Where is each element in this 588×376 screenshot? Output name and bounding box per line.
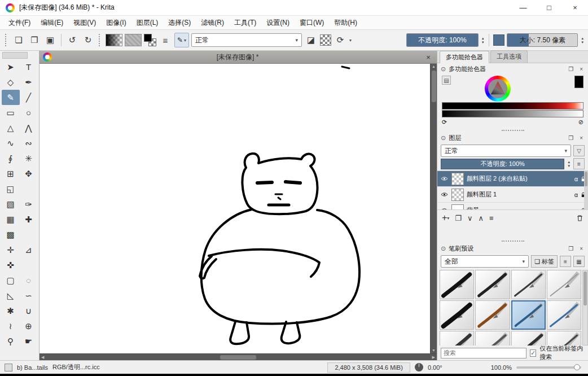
move-tool[interactable]: ✥	[20, 166, 38, 181]
undo-button[interactable]: ↺	[65, 33, 79, 47]
move-layer-down-button[interactable]: ∨	[467, 214, 473, 222]
layer-row[interactable]: 颜料图层 1α	[437, 187, 588, 203]
alpha-icon[interactable]: α	[574, 207, 578, 211]
float-dock-icon[interactable]: ❐	[567, 66, 575, 72]
current-color-swatch[interactable]	[574, 76, 583, 88]
menu-item-1[interactable]: 编辑(E)	[36, 16, 68, 29]
layer-visibility-eye-icon[interactable]	[440, 208, 449, 210]
duplicate-layer-button[interactable]: ❐	[455, 214, 462, 222]
text-tool[interactable]: T	[20, 59, 38, 75]
brush-size-spinner[interactable]: ▴▾	[580, 36, 585, 44]
preset-8[interactable]	[547, 300, 581, 330]
new-document-button[interactable]: ❏	[12, 33, 25, 47]
ellipse-tool[interactable]: ○	[20, 105, 38, 120]
menu-item-8[interactable]: 设置(N)	[261, 16, 295, 29]
presets-menu-icon[interactable]: ≡	[560, 256, 571, 267]
close-button[interactable]: ×	[562, 0, 588, 15]
zoom-slider-thumb[interactable]	[574, 364, 580, 370]
canvas-rotation-value[interactable]: 0.00°	[428, 364, 442, 371]
float-dock-icon[interactable]: ❐	[567, 246, 575, 252]
layer-opacity-spinner[interactable]: ▴▾	[567, 160, 571, 168]
freehand-brush-tool[interactable]: ✎	[2, 90, 20, 105]
horizontal-scroll-thumb[interactable]	[220, 355, 256, 360]
add-layer-button[interactable]: +▾	[442, 213, 449, 223]
opacity-spinner[interactable]: ▴▾	[481, 36, 485, 44]
preset-1[interactable]	[440, 270, 474, 299]
brush-size-slider[interactable]: 大小: 7.50 像素	[507, 33, 578, 47]
menu-item-3[interactable]: 图像(I)	[101, 16, 131, 29]
zoom-percentage[interactable]: 100.0%	[491, 364, 512, 371]
preset-6[interactable]	[475, 300, 510, 330]
preset-tag-filter-select[interactable]: 全部 ▾	[441, 255, 529, 268]
dock-tab[interactable]: 工具选项	[490, 50, 528, 63]
blending-mode-select[interactable]: 正常 ▾	[191, 33, 302, 47]
rectangle-tool[interactable]: ▭	[2, 105, 20, 120]
move-layer-up-button[interactable]: ∧	[479, 214, 484, 222]
preset-10[interactable]	[475, 331, 510, 346]
menu-item-10[interactable]: 帮助(H)	[329, 16, 362, 29]
pattern-edit-tool[interactable]: ▦	[2, 212, 20, 227]
multibrush-tool[interactable]: ✳	[20, 151, 38, 166]
fill-tool[interactable]: ▩	[2, 227, 20, 242]
toolbar-grip[interactable]	[5, 34, 8, 46]
opacity-slider[interactable]: 不透明度: 100%	[406, 33, 479, 47]
layer-row[interactable]: 颜料图层 2 (来自粘贴)α	[437, 171, 588, 187]
menu-item-9[interactable]: 窗口(W)	[295, 16, 329, 29]
delete-layer-button[interactable]	[576, 215, 583, 222]
smart-patch-tool[interactable]: ✚	[20, 212, 38, 227]
assistants-tool[interactable]: ✛	[2, 242, 20, 257]
open-document-button[interactable]: ❒	[28, 33, 41, 47]
ellipse-select-tool[interactable]: ◌	[20, 273, 38, 288]
canvas-close-icon[interactable]: ×	[423, 53, 433, 62]
foreground-color-swatch[interactable]	[144, 34, 152, 42]
color-profile[interactable]: RGB/透明...rc.icc	[52, 363, 100, 371]
crop-tool[interactable]: ◱	[2, 181, 20, 196]
freehand-path-tool[interactable]: ∾	[20, 135, 38, 151]
layer-blending-mode-select[interactable]: 正常 ▾	[441, 145, 571, 157]
color-wheel[interactable]	[485, 76, 511, 102]
foreground-background-colors[interactable]	[144, 34, 156, 46]
menu-item-6[interactable]: 滤镜(R)	[196, 16, 229, 29]
magnetic-select-tool[interactable]: ∪	[20, 303, 38, 318]
color-sampler-tool[interactable]: ✑	[20, 196, 38, 212]
rect-select-tool[interactable]: ▢	[2, 273, 20, 288]
workspace-chooser-button[interactable]: ≡	[159, 33, 172, 47]
menu-item-7[interactable]: 工具(T)	[229, 16, 261, 29]
menu-item-5[interactable]: 选择(S)	[163, 16, 196, 29]
shade-selector-hue-strip[interactable]	[442, 102, 583, 110]
gradient-chooser[interactable]	[106, 34, 122, 46]
zoom-tool[interactable]: ⚲	[2, 334, 20, 349]
menu-item-0[interactable]: 文件(F)	[3, 16, 36, 29]
vertical-scroll-thumb[interactable]	[432, 71, 436, 102]
canvas[interactable]	[40, 64, 430, 353]
brush-size-chip[interactable]	[493, 34, 504, 46]
scroll-down-icon[interactable]: ▼	[432, 348, 436, 353]
no-entry-icon[interactable]: ⊘	[578, 119, 583, 126]
toolbox-handle[interactable]	[2, 52, 28, 59]
bezier-curve-tool[interactable]: ∿	[2, 135, 20, 151]
preset-4[interactable]	[547, 270, 581, 299]
canvas-horizontal-scrollbar[interactable]: ◀ ▶	[40, 353, 437, 360]
polyline-tool[interactable]: ⋀	[20, 120, 38, 135]
alpha-icon[interactable]: α	[574, 191, 578, 198]
close-dock-icon[interactable]: ×	[578, 246, 585, 252]
redo-button[interactable]: ↻	[81, 33, 95, 47]
canvas-window-titlebar[interactable]: [未保存图像] * ×	[40, 51, 437, 64]
fg-select-tool[interactable]: ⊕	[20, 318, 38, 334]
preserve-alpha-button[interactable]	[320, 34, 331, 46]
canvas-drawing[interactable]	[40, 64, 430, 353]
presets-display-icon[interactable]: ▦	[573, 256, 585, 267]
preset-5[interactable]	[440, 300, 474, 330]
layer-visibility-eye-icon[interactable]	[440, 192, 449, 197]
preset-scrollbar[interactable]	[582, 270, 588, 346]
dynamic-brush-tool[interactable]: ∮	[2, 151, 20, 166]
layer-visibility-eye-icon[interactable]	[440, 176, 449, 181]
layer-properties-button[interactable]: ≡	[489, 214, 494, 222]
save-document-button[interactable]: ▣	[43, 33, 57, 47]
polygon-tool[interactable]: △	[2, 120, 20, 135]
preset-3[interactable]	[511, 270, 546, 299]
scroll-left-icon[interactable]: ◀	[41, 355, 44, 360]
menu-item-2[interactable]: 视图(V)	[68, 16, 101, 29]
calligraphy-tool[interactable]: ✒	[20, 75, 38, 90]
reload-preset-button[interactable]: ⟳	[334, 33, 347, 47]
